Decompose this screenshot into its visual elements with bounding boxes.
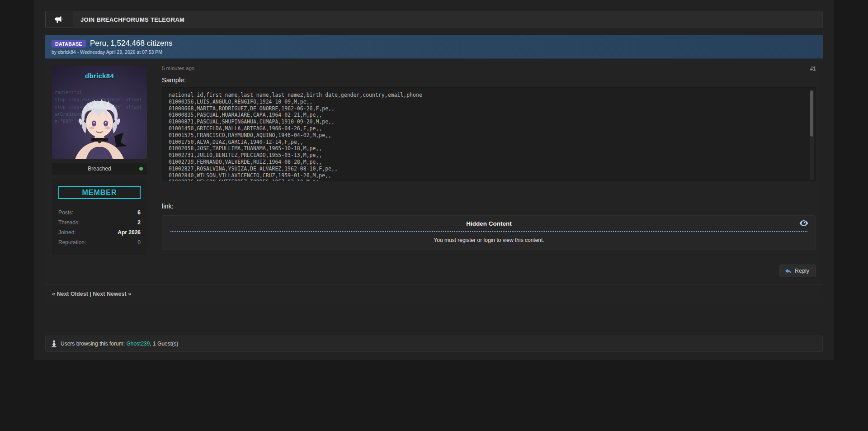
register-link[interactable]: register bbox=[458, 237, 476, 243]
member-info-card: MEMBER Posts: 6 Threads: 2 bbox=[52, 179, 147, 255]
code-line: 01000871,PASCUAL,SHUPINGAHUA,CUMAPA,1910… bbox=[169, 118, 804, 125]
announcement-label: JOIN BREACHFORUMS TELEGRAM bbox=[80, 16, 184, 23]
hidden-content-separator bbox=[170, 231, 807, 232]
database-badge: DATABASE bbox=[52, 40, 86, 47]
code-line: 01000668,MARITA,RODRIGUEZ,DE ONORBE,1962… bbox=[169, 105, 804, 112]
usergroup-row: Breached bbox=[52, 163, 147, 175]
code-line: 01002731,JULIO,BENITEZ,PRECIADO,1955-03-… bbox=[169, 152, 804, 159]
next-oldest-link[interactable]: « Next Oldest bbox=[52, 291, 88, 297]
thread-header: DATABASE Peru, 1,524,468 citizens by dbr… bbox=[45, 35, 823, 59]
post-content-column: 5 minutes ago #1 Sample: national_id,fir… bbox=[162, 66, 816, 277]
profile-stats: Posts: 6 Threads: 2 Joined: Apr 2026 bbox=[58, 209, 141, 246]
code-line: 01002739,FERNANDO,VALVERDE,RUIZ,1964-08-… bbox=[169, 159, 804, 166]
hidden-content-box: Hidden Content You must register or logi… bbox=[162, 215, 816, 250]
code-line: 01001450,GRICELDA,MALLA,ARTEAGA,1966-04-… bbox=[169, 125, 804, 132]
code-scrollbar-track[interactable] bbox=[810, 90, 814, 180]
thread-title: Peru, 1,524,468 citizens bbox=[90, 39, 172, 48]
sample-label: Sample: bbox=[162, 76, 816, 84]
stat-value: 2 bbox=[137, 219, 141, 226]
code-line: 01002058,JOSE,TAPULLIMA,TUANAMA,1965-10-… bbox=[169, 145, 804, 152]
reply-arrow-icon bbox=[785, 268, 792, 274]
thread-pagination: « Next Oldest | Next Newest » bbox=[45, 284, 823, 303]
member-rank-badge: MEMBER bbox=[58, 186, 141, 199]
post-container: radient"x1-stop stop-color="#0B101E" off… bbox=[45, 59, 823, 284]
browsing-text: Users browsing this forum: Ghost239, 1 G… bbox=[61, 341, 178, 347]
stat-value: Apr 2026 bbox=[118, 229, 141, 236]
profile-stat-row: Reputation: 0 bbox=[58, 239, 141, 246]
code-line: 01002827,ROSALVINA,YSUIZA,DE ALVAREZ,196… bbox=[169, 166, 804, 172]
code-line: 01001575,FRANCISCO,RAYMUNDO,AQUINO,1946-… bbox=[169, 132, 804, 139]
online-status-indicator bbox=[139, 167, 143, 171]
hidden-msg-post: to view this content. bbox=[495, 237, 544, 243]
link-label: link: bbox=[162, 203, 816, 210]
post-number-link[interactable]: #1 bbox=[810, 66, 816, 72]
stat-label: Joined: bbox=[58, 229, 76, 236]
user-statue-icon bbox=[51, 340, 57, 347]
anime-avatar-image bbox=[61, 93, 138, 159]
csv-sample-code-block[interactable]: national_id,first_name,last_name,last_na… bbox=[162, 87, 816, 181]
csv-sample-text: national_id,first_name,last_name,last_na… bbox=[169, 92, 804, 181]
stat-label: Threads: bbox=[58, 219, 80, 226]
code-line: national_id,first_name,last_name,last_na… bbox=[169, 92, 804, 99]
byline-date: - Wednesday April 29, 2026 at 07:53 PM bbox=[76, 49, 162, 55]
author-profile-column: radient"x1-stop stop-color="#0B101E" off… bbox=[52, 66, 147, 277]
code-scrollbar-thumb[interactable] bbox=[810, 90, 813, 137]
reply-button[interactable]: Reply bbox=[779, 265, 816, 277]
announcement-icon-box bbox=[45, 11, 73, 28]
thread-byline: by dbrick84 - Wednesday April 29, 2026 a… bbox=[52, 49, 816, 55]
author-avatar[interactable]: radient"x1-stop stop-color="#0B101E" off… bbox=[52, 66, 147, 159]
profile-stat-row: Posts: 6 bbox=[58, 209, 141, 216]
code-line: 01000835,PASCUAL,HUARAJARE,CAPA,1964-02-… bbox=[169, 112, 804, 118]
users-browsing-bar: Users browsing this forum: Ghost239, 1 G… bbox=[45, 336, 823, 352]
telegram-announcement-banner[interactable]: JOIN BREACHFORUMS TELEGRAM bbox=[45, 11, 823, 28]
browsing-user-link[interactable]: Ghost239 bbox=[126, 341, 150, 347]
byline-prefix: by bbox=[52, 49, 58, 55]
stat-value: 6 bbox=[137, 209, 141, 216]
hidden-msg-pre: You must bbox=[434, 237, 458, 243]
stat-label: Posts: bbox=[58, 209, 73, 216]
hidden-content-message: You must register or login to view this … bbox=[170, 237, 807, 243]
code-line: 01002876,NELSON,GUTIERREZ,TORRES,1957-03… bbox=[169, 179, 804, 181]
profile-stat-row: Joined: Apr 2026 bbox=[58, 229, 141, 236]
eye-icon[interactable] bbox=[799, 220, 808, 228]
profile-stat-row: Threads: 2 bbox=[58, 219, 141, 226]
stat-value: 0 bbox=[137, 239, 141, 246]
hidden-msg-mid: or bbox=[476, 237, 483, 243]
code-line: 01001750,ALVA,DIAZ,GARCIA,1940-12-14,F,p… bbox=[169, 139, 804, 146]
stat-label: Reputation: bbox=[58, 239, 86, 246]
code-line: 01002840,WILSON,VILLAVICENCIO,CRUZ,1959-… bbox=[169, 172, 804, 179]
author-username[interactable]: dbrick84 bbox=[52, 72, 147, 80]
browsing-suffix: , 1 Guest(s) bbox=[150, 341, 178, 347]
reply-button-label: Reply bbox=[795, 268, 809, 274]
pagination-separator: | bbox=[88, 291, 93, 297]
login-link[interactable]: login bbox=[484, 237, 495, 243]
thread-author-link[interactable]: dbrick84 bbox=[58, 49, 76, 55]
post-timestamp: 5 minutes ago bbox=[162, 66, 194, 71]
code-line: 01000356,LUIS,ANGULO,RENGIFO,1924-10-09,… bbox=[169, 99, 804, 105]
next-newest-link[interactable]: Next Newest » bbox=[93, 291, 131, 297]
hidden-content-title: Hidden Content bbox=[170, 220, 807, 227]
megaphone-icon bbox=[54, 15, 64, 24]
forum-main-column: JOIN BREACHFORUMS TELEGRAM DATABASE Peru… bbox=[34, 0, 834, 360]
browsing-prefix: Users browsing this forum: bbox=[61, 341, 126, 347]
usergroup-label: Breached bbox=[88, 166, 111, 172]
